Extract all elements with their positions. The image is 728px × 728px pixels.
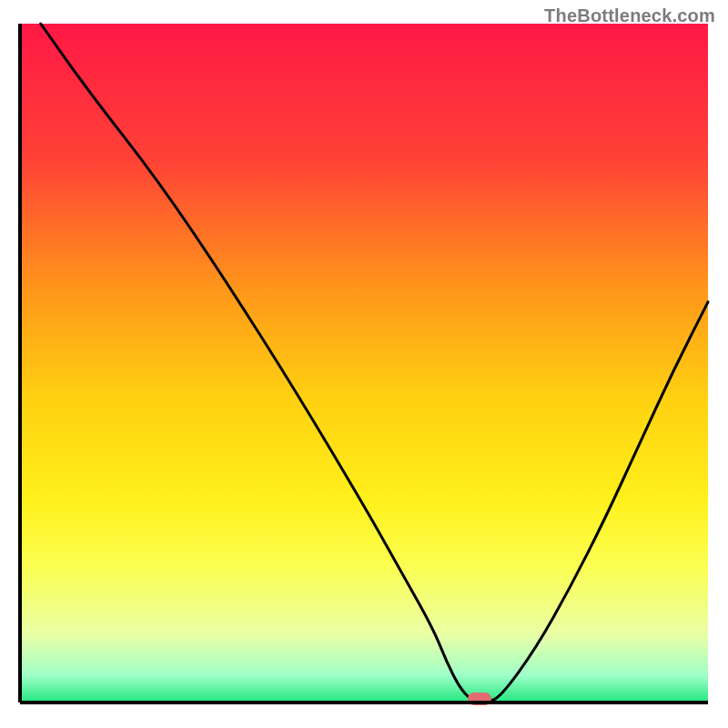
chart-svg: [0, 0, 728, 728]
plot-background: [20, 24, 708, 703]
bottleneck-chart: TheBottleneck.com: [0, 0, 728, 728]
watermark-text: TheBottleneck.com: [544, 5, 715, 26]
